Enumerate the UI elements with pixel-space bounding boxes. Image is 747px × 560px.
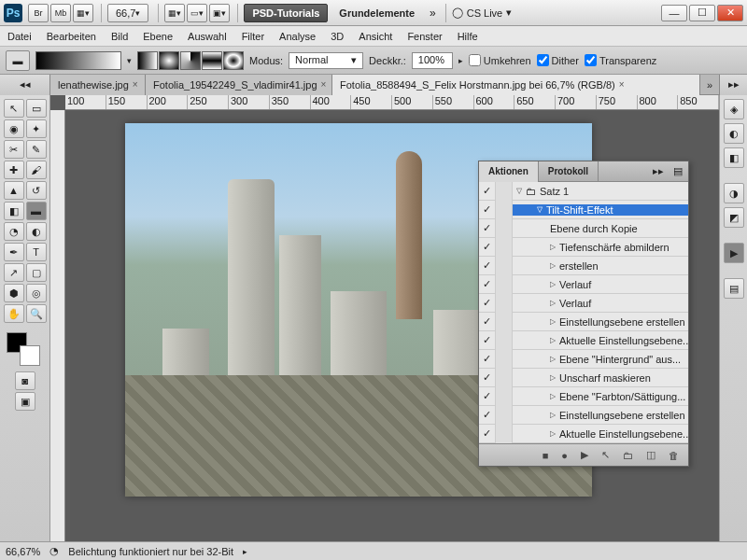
eyedropper-tool-icon[interactable]: ✎ — [26, 140, 47, 159]
document-tab[interactable]: lenathewise.jpg× — [50, 75, 146, 95]
bridge-button[interactable]: Br — [28, 4, 49, 22]
dock-collapse-icon[interactable]: ▸▸ — [719, 75, 747, 95]
action-row[interactable]: ✓▷ erstellen — [479, 257, 688, 275]
marquee-tool-icon[interactable]: ▭ — [26, 99, 47, 118]
hand-tool-icon[interactable]: ✋ — [4, 304, 24, 323]
close-button[interactable]: ✕ — [717, 5, 743, 21]
channels-dock-icon[interactable]: ◐ — [724, 123, 744, 144]
wand-tool-icon[interactable]: ✦ — [26, 119, 47, 138]
lasso-tool-icon[interactable]: ◉ — [4, 119, 24, 138]
styles-dock-icon[interactable]: ◩ — [724, 207, 744, 228]
dodge-tool-icon[interactable]: ◐ — [26, 222, 47, 241]
crop-tool-icon[interactable]: ✂ — [4, 140, 24, 159]
background-color[interactable] — [20, 345, 40, 366]
menu-auswahl[interactable]: Auswahl — [188, 31, 227, 42]
adjustments-dock-icon[interactable]: ◑ — [724, 183, 744, 203]
menu-analyse[interactable]: Analyse — [279, 31, 316, 42]
arrange-button[interactable]: ▭▾ — [187, 4, 207, 22]
history-dock-icon[interactable]: ▤ — [724, 278, 744, 299]
status-info-icon[interactable]: ◔ — [49, 545, 59, 557]
dither-checkbox[interactable]: Dither — [537, 54, 579, 66]
quickmask-icon[interactable]: ◙ — [15, 371, 35, 390]
panel-menu-icon[interactable]: ▤ — [668, 165, 688, 177]
menu-filter[interactable]: Filter — [242, 31, 264, 42]
new-set-icon[interactable]: 🗀 — [623, 450, 633, 461]
protocol-tab[interactable]: Protokoll — [539, 161, 599, 182]
actions-tab[interactable]: Aktionen — [479, 161, 539, 182]
screenmode-icon[interactable]: ▣ — [15, 392, 35, 411]
eraser-tool-icon[interactable]: ◧ — [4, 202, 24, 220]
menu-bearbeiten[interactable]: Bearbeiten — [47, 31, 96, 42]
document-tab-active[interactable]: Fotolia_8588494_S_Felix Horstmann.jpg be… — [332, 75, 700, 95]
action-row[interactable]: ✓Ebene durch Kopie — [479, 219, 688, 238]
mode-select[interactable]: Normal ▾ — [289, 52, 363, 69]
record-icon[interactable]: ● — [561, 450, 568, 461]
actions-dock-icon[interactable]: ▶ — [724, 243, 744, 263]
gradient-linear-icon[interactable] — [137, 51, 158, 70]
action-row[interactable]: ✓▽ Tilt-Shift-Effekt — [479, 201, 688, 219]
action-row[interactable]: ✓▷ Ebene "Hintergrund" aus... — [479, 350, 688, 369]
close-tab-icon[interactable]: × — [321, 79, 327, 90]
move-tool-icon[interactable]: ↖ — [4, 99, 24, 118]
action-row[interactable]: ✓▷ Einstellungsebene erstellen — [479, 313, 688, 331]
delete-icon[interactable]: 🗑 — [669, 450, 679, 461]
close-tab-icon[interactable]: × — [133, 79, 138, 90]
zoom-tool-icon[interactable]: 🔍 — [26, 304, 47, 323]
status-zoom[interactable]: 66,67% — [6, 546, 40, 557]
type-tool-icon[interactable]: T — [26, 243, 47, 261]
new-action-icon[interactable]: ◫ — [646, 449, 655, 461]
layers-dock-icon[interactable]: ◈ — [724, 99, 744, 119]
panel-collapse-icon[interactable]: ▸▸ — [649, 165, 668, 177]
menu-fenster[interactable]: Fenster — [407, 31, 442, 42]
pen-tool-icon[interactable]: ✒ — [4, 243, 24, 261]
action-row[interactable]: ✓▷ Verlauf — [479, 275, 688, 294]
gradient-reflected-icon[interactable] — [202, 51, 222, 70]
action-set-row[interactable]: ✓▽ 🗀 Satz 1 — [479, 182, 688, 201]
gradient-radial-icon[interactable] — [159, 51, 179, 70]
layout-button[interactable]: ▦▾ — [73, 4, 93, 22]
paths-dock-icon[interactable]: ◧ — [724, 147, 744, 168]
action-row[interactable]: ✓▷ Einstellungsebene erstellen — [479, 406, 688, 425]
gradient-tool-icon[interactable]: ▬ — [26, 202, 47, 220]
action-row[interactable]: ✓▷ Aktuelle Einstellungsebene... — [479, 331, 688, 350]
workspace-label[interactable]: Grundelemente — [331, 4, 422, 22]
shape-tool-icon[interactable]: ▢ — [26, 263, 47, 282]
gradient-picker[interactable] — [35, 51, 121, 70]
psd-tutorials-button[interactable]: PSD-Tutorials — [244, 4, 328, 22]
path-tool-icon[interactable]: ↗ — [4, 263, 24, 282]
3d-tool-icon[interactable]: ⬢ — [4, 284, 24, 302]
transparency-checkbox[interactable]: Transparenz — [585, 54, 656, 66]
color-swatches[interactable] — [7, 332, 44, 366]
minibridge-button[interactable]: Mb — [50, 4, 71, 22]
reverse-checkbox[interactable]: Umkehren — [469, 54, 531, 66]
history-brush-tool-icon[interactable]: ↺ — [26, 181, 47, 200]
action-row[interactable]: ✓▷ Verlauf — [479, 294, 688, 313]
menu-3d[interactable]: 3D — [331, 31, 344, 42]
document-tab[interactable]: Fotolia_19542249_S_vladimir41.jpg× — [146, 75, 332, 95]
gradient-diamond-icon[interactable] — [223, 51, 244, 70]
maximize-button[interactable]: ☐ — [689, 5, 715, 21]
zoom-dropdown[interactable]: 66,7 ▾ — [107, 4, 148, 22]
cslive-button[interactable]: ◯ CS Live ▾ — [452, 7, 513, 19]
view-extras-button[interactable]: ▦▾ — [164, 4, 185, 22]
heal-tool-icon[interactable]: ✚ — [4, 161, 24, 179]
toolbox-collapse-icon[interactable]: ◂◂ — [0, 75, 50, 95]
close-tab-icon[interactable]: × — [619, 79, 625, 90]
action-row[interactable]: ✓▷ Unscharf maskieren — [479, 369, 688, 387]
action-row[interactable]: ✓▷ Tiefenschärfe abmildern — [479, 238, 688, 257]
gradient-tool-icon[interactable]: ▬ — [6, 50, 30, 71]
action-row[interactable]: ✓▷ Ebene "Farbton/Sättigung... — [479, 387, 688, 406]
stop-icon[interactable]: ■ — [543, 450, 549, 461]
menu-datei[interactable]: Datei — [7, 31, 32, 42]
stamp-tool-icon[interactable]: ▲ — [4, 181, 24, 200]
blur-tool-icon[interactable]: ◔ — [4, 222, 24, 241]
camera-tool-icon[interactable]: ◎ — [26, 284, 47, 302]
screen-mode-button[interactable]: ▣▾ — [209, 4, 230, 22]
gradient-angle-icon[interactable] — [180, 51, 201, 70]
minimize-button[interactable]: — — [661, 5, 687, 21]
tab-overflow-icon[interactable]: » — [700, 79, 719, 91]
menu-ansicht[interactable]: Ansicht — [359, 31, 392, 42]
menu-bild[interactable]: Bild — [111, 31, 128, 42]
menu-ebene[interactable]: Ebene — [143, 31, 173, 42]
brush-tool-icon[interactable]: 🖌 — [26, 161, 47, 179]
